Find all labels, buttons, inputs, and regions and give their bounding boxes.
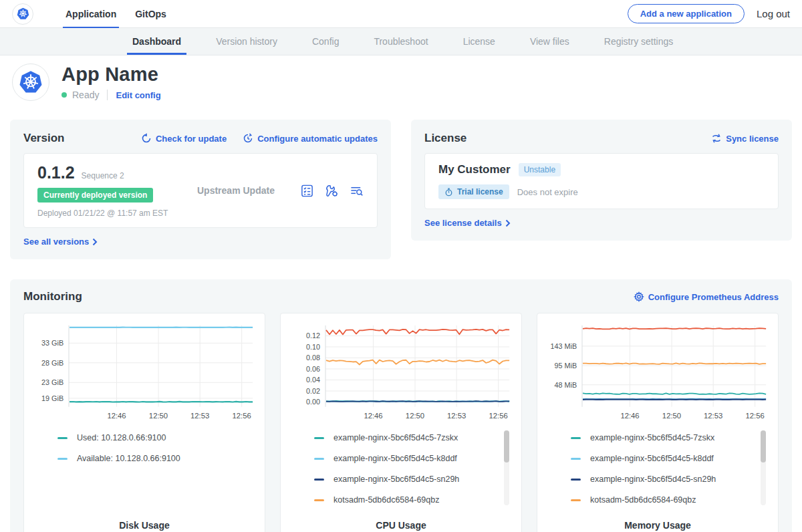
app-sub-nav: Dashboard Version history Config Trouble… xyxy=(0,28,802,55)
legend-label: example-nginx-5bc6f5d4c5-sn29h xyxy=(333,475,459,484)
svg-text:28 GiB: 28 GiB xyxy=(41,359,63,367)
logout-button[interactable]: Log out xyxy=(757,8,790,19)
svg-text:12:53: 12:53 xyxy=(704,412,722,420)
legend-scrollbar-thumb[interactable] xyxy=(761,430,766,462)
legend-swatch xyxy=(314,499,324,501)
channel-badge: Unstable xyxy=(519,163,561,176)
version-card-title: Version xyxy=(23,132,64,145)
chart-title: CPU Usage xyxy=(287,516,515,531)
svg-text:33 GiB: 33 GiB xyxy=(41,339,63,347)
svg-text:12:53: 12:53 xyxy=(190,412,209,420)
gear-icon xyxy=(634,291,644,302)
tab-registry-settings[interactable]: Registry settings xyxy=(587,28,690,55)
tab-version-history[interactable]: Version history xyxy=(198,28,295,55)
legend-swatch xyxy=(57,437,68,439)
svg-text:0.00: 0.00 xyxy=(306,398,320,406)
legend-swatch xyxy=(57,458,68,460)
charts-row: 33 GiB28 GiB23 GiB19 GiB12:4612:5012:531… xyxy=(23,313,779,532)
clock-refresh-icon xyxy=(243,133,253,144)
license-type-badge: Trial license xyxy=(438,184,509,199)
legend-scrollbar[interactable] xyxy=(504,430,509,505)
cpu-usage-plot: 0.120.100.080.060.040.020.0012:4612:5012… xyxy=(287,320,515,426)
license-card: License Sync license My Customer Unstabl… xyxy=(411,120,792,241)
configure-prometheus-link[interactable]: Configure Prometheus Address xyxy=(634,291,779,302)
top-nav: Application GitOps Add a new application… xyxy=(0,0,802,28)
cpu-usage-chart-card: 0.120.100.080.060.040.020.0012:4612:5012… xyxy=(280,313,522,532)
svg-text:0.06: 0.06 xyxy=(306,365,320,373)
legend-swatch xyxy=(314,458,324,460)
license-panel: My Customer Unstable Trial license Does … xyxy=(424,153,779,209)
svg-text:23 GiB: 23 GiB xyxy=(41,378,63,386)
app-header: App Name Ready Edit config xyxy=(0,55,802,110)
legend-swatch xyxy=(314,479,324,481)
legend-item: example-nginx-5bc6f5d4c5-k8ddf xyxy=(314,454,499,463)
legend-label: example-nginx-5bc6f5d4c5-sn29h xyxy=(590,475,716,484)
sync-license-link[interactable]: Sync license xyxy=(711,133,779,144)
legend-swatch xyxy=(571,499,581,501)
tab-dashboard[interactable]: Dashboard xyxy=(115,28,198,55)
legend-scrollbar[interactable] xyxy=(761,430,766,505)
add-application-button[interactable]: Add a new application xyxy=(628,4,745,23)
svg-text:12:50: 12:50 xyxy=(149,412,168,420)
legend-item: example-nginx-5bc6f5d4c5-k8ddf xyxy=(571,454,755,463)
version-number: 0.1.2 xyxy=(37,163,75,182)
legend-scrollbar-thumb[interactable] xyxy=(504,430,509,462)
chevron-right-icon xyxy=(505,219,511,227)
legend-label: kotsadm-5db6dc6584-69qbz xyxy=(333,495,439,505)
disk-usage-chart-card: 33 GiB28 GiB23 GiB19 GiB12:4612:5012:531… xyxy=(23,313,265,532)
version-source: Upstream Update xyxy=(188,185,300,196)
legend-item: Used: 10.128.0.66:9100 xyxy=(57,433,242,442)
legend-label: example-nginx-5bc6f5d4c5-k8ddf xyxy=(333,454,457,463)
page-title: App Name xyxy=(61,63,161,86)
svg-text:12:56: 12:56 xyxy=(489,412,507,420)
chart-title: Disk Usage xyxy=(31,516,258,531)
svg-text:12:53: 12:53 xyxy=(447,412,466,420)
svg-text:12:56: 12:56 xyxy=(745,412,764,420)
chart-legend: example-nginx-5bc6f5d4c5-7zskxexample-ng… xyxy=(287,426,515,516)
svg-text:12:46: 12:46 xyxy=(107,412,126,420)
current-version-panel: 0.1.2 Sequence 2 Currently deployed vers… xyxy=(23,153,378,228)
memory-usage-plot: 143 MiB95 MiB48 MiB12:4612:5012:5312:56 xyxy=(544,320,771,426)
tab-license[interactable]: License xyxy=(446,28,513,55)
tab-application[interactable]: Application xyxy=(56,0,126,28)
config-wrench-icon[interactable] xyxy=(325,184,339,198)
deployed-timestamp: Deployed 01/21/22 @ 11:57 am EST xyxy=(37,209,188,218)
legend-item: kotsadm-5db6dc6584-69qbz xyxy=(571,495,755,505)
view-diff-icon[interactable] xyxy=(350,184,364,198)
svg-text:0.12: 0.12 xyxy=(306,331,320,340)
svg-text:0.04: 0.04 xyxy=(306,376,320,384)
stopwatch-icon xyxy=(444,188,453,196)
svg-text:48 MiB: 48 MiB xyxy=(555,381,577,389)
status-dot xyxy=(61,92,67,98)
legend-swatch xyxy=(314,437,324,439)
tab-view-files[interactable]: View files xyxy=(513,28,587,55)
svg-text:12:46: 12:46 xyxy=(364,412,382,420)
divider xyxy=(107,90,108,100)
legend-item: Available: 10.128.0.66:9100 xyxy=(57,454,242,463)
chart-legend: example-nginx-5bc6f5d4c5-7zskxexample-ng… xyxy=(544,426,771,516)
see-all-versions-link[interactable]: See all versions xyxy=(23,237,98,247)
preflight-checks-icon[interactable] xyxy=(300,184,314,198)
disk-usage-plot: 33 GiB28 GiB23 GiB19 GiB12:4612:5012:531… xyxy=(31,320,258,426)
check-for-update-link[interactable]: Check for update xyxy=(141,133,227,144)
legend-label: Available: 10.128.0.66:9100 xyxy=(77,454,180,463)
legend-swatch xyxy=(571,458,581,460)
chart-title: Memory Usage xyxy=(544,516,771,531)
legend-label: kotsadm-5db6dc6584-69qbz xyxy=(590,495,696,505)
license-card-title: License xyxy=(424,132,466,145)
legend-item: example-nginx-5bc6f5d4c5-7zskx xyxy=(314,433,499,442)
tab-config[interactable]: Config xyxy=(295,28,356,55)
version-sequence: Sequence 2 xyxy=(82,171,124,180)
tab-gitops[interactable]: GitOps xyxy=(126,0,176,28)
see-license-details-link[interactable]: See license details xyxy=(424,218,511,228)
legend-item: example-nginx-5bc6f5d4c5-sn29h xyxy=(571,475,755,484)
tab-troubleshoot[interactable]: Troubleshoot xyxy=(356,28,445,55)
edit-config-link[interactable]: Edit config xyxy=(116,90,160,100)
kubernetes-logo xyxy=(12,3,33,25)
legend-item: kotsadm-5db6dc6584-69qbz xyxy=(314,495,499,505)
configure-automatic-updates-link[interactable]: Configure automatic updates xyxy=(243,133,378,144)
legend-item: example-nginx-5bc6f5d4c5-sn29h xyxy=(314,475,499,484)
deployed-badge: Currently deployed version xyxy=(37,188,153,203)
chevron-right-icon xyxy=(92,238,98,246)
summary-cards-row: Version Check for update Configure au xyxy=(0,110,802,259)
